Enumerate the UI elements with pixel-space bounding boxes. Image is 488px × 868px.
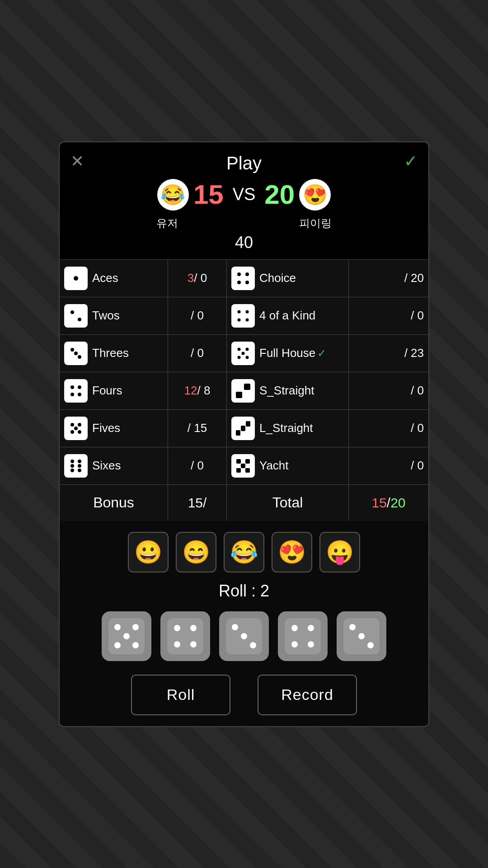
score-left: 15 <box>193 179 224 210</box>
svg-point-52 <box>132 624 139 630</box>
scorecard: Aces 3 / 0 Choice / 20 <box>60 259 428 521</box>
bonus-value: 15/ <box>168 485 227 521</box>
player-left-name: 유저 <box>156 216 178 230</box>
svg-point-2 <box>237 272 241 276</box>
yacht-label: Yacht <box>259 459 289 473</box>
bonus-label: Bonus <box>60 485 168 521</box>
svg-point-17 <box>238 347 241 351</box>
svg-point-14 <box>74 352 78 355</box>
die-5[interactable] <box>337 611 386 661</box>
fours-die-icon <box>64 379 88 403</box>
total-score: 40 <box>69 233 419 252</box>
die-3[interactable] <box>219 611 269 661</box>
emoji-die-1[interactable]: 😀 <box>128 532 169 572</box>
twos-score: / 0 <box>168 297 227 334</box>
svg-rect-35 <box>236 430 240 436</box>
svg-point-55 <box>132 642 139 648</box>
twos-cell[interactable]: Twos <box>60 297 168 334</box>
die-4[interactable] <box>278 611 328 661</box>
svg-point-30 <box>78 423 81 427</box>
four-kind-score: / 0 <box>349 297 428 334</box>
emoji-die-2[interactable]: 😄 <box>176 532 216 572</box>
four-kind-label: 4 of a Kind <box>259 309 315 323</box>
aces-cell[interactable]: Aces <box>60 260 168 297</box>
svg-point-15 <box>78 355 81 359</box>
svg-point-71 <box>349 624 356 630</box>
bonus-total-row: Bonus 15/ Total 15 / 20 <box>60 484 428 521</box>
physical-dice-row <box>69 611 419 661</box>
emoji-die-4[interactable]: 😍 <box>272 532 312 572</box>
table-row: Threes / 0 Full House ✓ / 23 <box>60 334 428 372</box>
svg-point-29 <box>70 423 74 427</box>
player-right-name: 피이링 <box>299 216 332 230</box>
svg-point-9 <box>238 310 241 313</box>
svg-point-54 <box>114 642 121 648</box>
sixes-label: Sixes <box>92 459 121 473</box>
four-of-kind-cell[interactable]: 4 of a Kind <box>227 297 349 334</box>
fives-score: / 15 <box>168 410 227 447</box>
close-button[interactable]: ✕ <box>70 153 84 169</box>
check-button[interactable]: ✓ <box>404 153 418 169</box>
svg-point-23 <box>78 385 81 389</box>
fours-cell[interactable]: Fours <box>60 372 168 409</box>
svg-point-58 <box>190 625 197 631</box>
record-button[interactable]: Record <box>258 675 357 715</box>
sixes-cell[interactable]: Sixes <box>60 447 168 484</box>
threes-label: Threes <box>92 346 129 360</box>
full-house-label: Full House <box>259 346 315 360</box>
svg-rect-27 <box>236 392 242 398</box>
svg-point-25 <box>78 393 81 396</box>
emoji-die-3[interactable]: 😂 <box>224 532 264 572</box>
threes-score: / 0 <box>168 335 227 372</box>
aces-score: 3 / 0 <box>168 260 227 297</box>
svg-rect-37 <box>246 421 250 427</box>
svg-point-24 <box>70 393 74 396</box>
emoji-die-5[interactable]: 😛 <box>319 532 360 572</box>
choice-die-icon <box>231 267 255 290</box>
choice-cell[interactable]: Choice <box>227 260 349 297</box>
vs-row: 😂 15 VS 20 😍 <box>69 179 419 211</box>
fives-cell[interactable]: Fives <box>60 410 168 447</box>
yacht-die-icon <box>231 454 255 478</box>
fives-label: Fives <box>92 421 120 435</box>
die-2[interactable] <box>160 611 210 661</box>
fours-label: Fours <box>92 384 122 398</box>
table-row: Sixes / 0 Yacht / 0 <box>60 447 428 484</box>
l-straight-cell[interactable]: L_Straight <box>227 410 349 447</box>
svg-point-40 <box>70 464 74 468</box>
svg-point-6 <box>70 310 74 314</box>
table-row: Twos / 0 4 of a Kind / 0 <box>60 297 428 334</box>
svg-point-13 <box>70 348 74 352</box>
svg-point-63 <box>241 633 247 639</box>
svg-point-10 <box>246 310 249 313</box>
fives-die-icon <box>64 417 88 440</box>
vs-text: VS <box>233 185 256 204</box>
roll-count: Roll : 2 <box>69 582 419 601</box>
svg-rect-1 <box>235 270 251 286</box>
emoji-dice-row: 😀 😄 😂 😍 😛 <box>69 532 419 572</box>
svg-point-0 <box>74 276 78 281</box>
player-right: 20 😍 <box>264 179 331 211</box>
yacht-cell[interactable]: Yacht <box>227 447 349 484</box>
full-house-check: ✓ <box>317 347 326 360</box>
game-container: ✕ ✓ Play 😂 15 VS 20 😍 유저 피이링 40 <box>59 141 429 727</box>
s-straight-cell[interactable]: S_Straight <box>227 372 349 409</box>
roll-button[interactable]: Roll <box>131 675 230 715</box>
yacht-score: / 0 <box>349 447 428 484</box>
svg-point-67 <box>308 625 314 631</box>
dice-area: 😀 😄 😂 😍 😛 Roll : 2 <box>60 521 428 726</box>
svg-point-68 <box>291 641 298 647</box>
svg-point-43 <box>78 469 81 472</box>
svg-point-62 <box>232 624 238 630</box>
svg-point-41 <box>78 464 81 468</box>
threes-cell[interactable]: Threes <box>60 335 168 372</box>
total-value: 15 / 20 <box>349 485 428 521</box>
svg-point-32 <box>70 430 74 434</box>
full-house-cell[interactable]: Full House ✓ <box>227 335 349 372</box>
svg-point-72 <box>358 633 365 639</box>
total-label: Total <box>227 485 349 521</box>
svg-point-73 <box>367 642 374 648</box>
die-1[interactable] <box>102 611 151 661</box>
score-right: 20 <box>264 179 295 210</box>
avatar-right: 😍 <box>299 179 331 211</box>
